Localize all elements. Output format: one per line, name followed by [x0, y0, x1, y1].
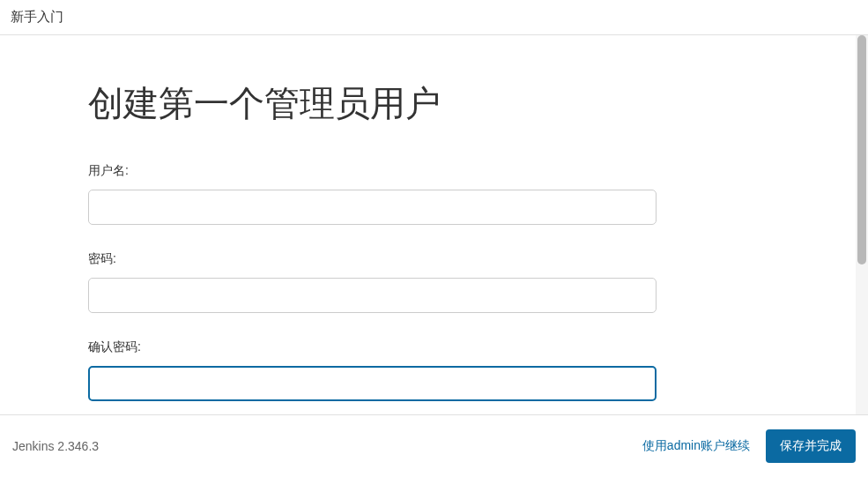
username-label: 用户名: [88, 163, 768, 179]
wizard-title: 新手入门 [11, 9, 63, 24]
skip-button[interactable]: 使用admin账户继续 [642, 438, 750, 454]
form-group-password: 密码: [88, 251, 768, 313]
footer: Jenkins 2.346.3 使用admin账户继续 保存并完成 [0, 415, 868, 477]
save-button[interactable]: 保存并完成 [766, 429, 856, 463]
form-group-username: 用户名: [88, 163, 768, 225]
content-area: 创建第一个管理员用户 用户名: 密码: 确认密码: [0, 35, 856, 414]
scrollbar-thumb[interactable] [857, 35, 866, 265]
wizard-header: 新手入门 [0, 0, 868, 35]
confirm-password-input[interactable] [88, 366, 657, 401]
password-input[interactable] [88, 278, 657, 313]
username-input[interactable] [88, 190, 657, 225]
page-title: 创建第一个管理员用户 [88, 79, 768, 128]
form-group-confirm-password: 确认密码: [88, 339, 768, 401]
content-wrapper: 创建第一个管理员用户 用户名: 密码: 确认密码: [0, 35, 868, 415]
version-text: Jenkins 2.346.3 [12, 439, 99, 453]
confirm-password-label: 确认密码: [88, 339, 768, 355]
footer-actions: 使用admin账户继续 保存并完成 [642, 429, 856, 463]
scrollbar[interactable] [856, 35, 868, 414]
password-label: 密码: [88, 251, 768, 267]
